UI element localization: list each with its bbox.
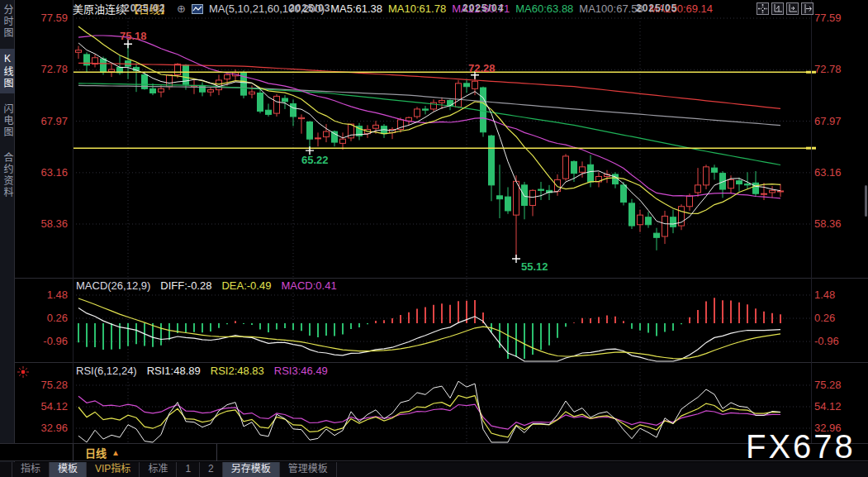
price-axis-label-left: 58.36 (23, 218, 68, 230)
ma10-value: MA10:61.78 (388, 2, 446, 15)
macd-axis-label-left: -0.96 (23, 336, 68, 347)
macd-axis-label-left: 0.26 (23, 312, 68, 324)
date-label-2025/03: 2025/03 (289, 2, 330, 14)
chart-header: 美原油连续【日线】 ⊕ MA(5,10,21,60,100,200) MA5:6… (73, 2, 713, 16)
macd-value: MACD:0.41 (281, 279, 336, 292)
price-axis-label-left: 67.97 (23, 116, 68, 127)
price-axis-label-right: 58.36 (814, 218, 859, 230)
macd-diff-value: DIFF:-0.28 (160, 279, 211, 292)
rsi-caption-row: RSI(6,12,24) RSI1:48.89 RSI2:48.83 RSI3:… (76, 365, 328, 377)
macd-axis-label-right: 1.48 (814, 289, 859, 301)
macd-histogram (78, 298, 780, 359)
ma5-value: MA5:61.38 (330, 2, 382, 15)
sidebar-item-2[interactable]: 闪电图 (0, 99, 15, 142)
ma60-value: MA60:63.88 (515, 2, 573, 15)
rsi6-line (78, 381, 780, 442)
rsi-axis-label-right: 75.28 (814, 379, 859, 391)
ma100-line (78, 85, 780, 125)
add-indicator-icon[interactable]: ⊕ (177, 2, 186, 15)
rsi-axis-label-left: 54.12 (23, 401, 68, 413)
annotation-72.28: 72.28 (468, 62, 496, 74)
axis-pan-icon[interactable] (786, 2, 799, 15)
separator-macd-rsi (15, 362, 868, 363)
left-sidebar: 分时图K线图闪电图合约资料 (0, 0, 15, 477)
macd-caption-row: MACD(26,12,9) DIFF:-0.28 DEA:-0.49 MACD:… (76, 279, 337, 292)
sidebar-item-0[interactable]: 分时图 (0, 0, 15, 43)
tab-另存模板[interactable]: 另存模板 (223, 462, 280, 477)
ma100-value: MA100:67.58 (579, 2, 643, 15)
tab-1[interactable]: 1 (177, 462, 200, 477)
rsi24-line (78, 396, 780, 429)
tab-管理模板[interactable]: 管理模板 (280, 462, 337, 477)
annotation-75.18: 75.18 (120, 30, 147, 42)
axis-scale-icon[interactable] (771, 2, 784, 15)
price-axis-label-left: 77.59 (23, 12, 68, 24)
rsi-caption: RSI(6,12,24) (76, 365, 137, 377)
date-label-2025/02: 2025/02 (124, 2, 165, 14)
crosshair-icon[interactable] (757, 2, 769, 15)
macd-caption: MACD(26,12,9) (76, 279, 150, 292)
rsi1-value: RSI1:48.89 (147, 365, 201, 377)
watermark: FX678 (746, 428, 856, 465)
macd-dea-line (78, 298, 780, 359)
rsi3-value: RSI3:46.49 (274, 365, 328, 377)
sidebar-item-1[interactable]: K线图 (0, 49, 15, 93)
date-label-2025/04: 2025/04 (462, 2, 504, 14)
price-axis-label-left: 72.78 (23, 64, 68, 75)
price-axis-label-right: 63.16 (814, 167, 859, 179)
rsi-axis-label-left: 32.96 (23, 422, 68, 434)
plot-left-border (73, 0, 74, 443)
rsi-axis-label-left: 75.28 (23, 379, 68, 391)
rsi-axis-label-right: 54.12 (814, 401, 859, 413)
tab-模板[interactable]: 模板 (50, 462, 87, 477)
macd-dea-value: DEA:-0.49 (221, 279, 271, 292)
period-label: 日线 (85, 445, 107, 460)
mini-chart-icon[interactable] (192, 4, 203, 14)
ma60-line (78, 83, 780, 165)
macd-axis-label-right: 0.26 (814, 312, 859, 324)
symbol-name: 美原油连续 (73, 1, 126, 17)
red-marker-icon[interactable] (17, 366, 29, 378)
tab-标准[interactable]: 标准 (140, 462, 177, 477)
tab-2[interactable]: 2 (200, 462, 223, 477)
period-arrow-icon: ▲ (111, 448, 120, 457)
expand-right-icon[interactable] (801, 2, 813, 15)
price-axis-label-right: 67.97 (814, 116, 859, 127)
date-label-2025/05: 2025/05 (636, 2, 677, 14)
price-axis-label-right: 72.78 (814, 64, 859, 75)
macd-diff-line (78, 308, 780, 362)
scrollbar-thumb[interactable] (865, 185, 867, 217)
sidebar-item-3[interactable]: 合约资料 (0, 148, 15, 203)
plot-right-border (811, 0, 812, 443)
bottom-tabbar: 指标模板VIP指标标准12另存模板管理模板 (0, 462, 868, 477)
tab-VIP指标[interactable]: VIP指标 (87, 462, 140, 477)
ma10-line (78, 26, 780, 213)
macd-axis-label-left: 1.48 (23, 289, 68, 301)
separator-main-macd (15, 278, 868, 279)
chart-canvas[interactable] (0, 0, 868, 477)
price-axis-label-left: 63.16 (23, 167, 68, 179)
annotation-55.12: 55.12 (521, 260, 548, 273)
tab-指标[interactable]: 指标 (12, 462, 50, 477)
trading-terminal: 分时图K线图闪电图合约资料 美原油连续【日线】 ⊕ MA(5,10,21,60,… (0, 0, 868, 477)
extreme-marker-icon (512, 255, 520, 263)
price-axis-label-right: 77.59 (814, 12, 859, 24)
macd-axis-label-right: -0.96 (814, 336, 859, 347)
period-selector[interactable]: 日线 ▲ (73, 444, 217, 461)
rsi2-value: RSI2:48.83 (211, 365, 264, 377)
annotation-65.22: 65.22 (301, 154, 329, 166)
timeline-row: 日线 ▲ (0, 443, 868, 461)
